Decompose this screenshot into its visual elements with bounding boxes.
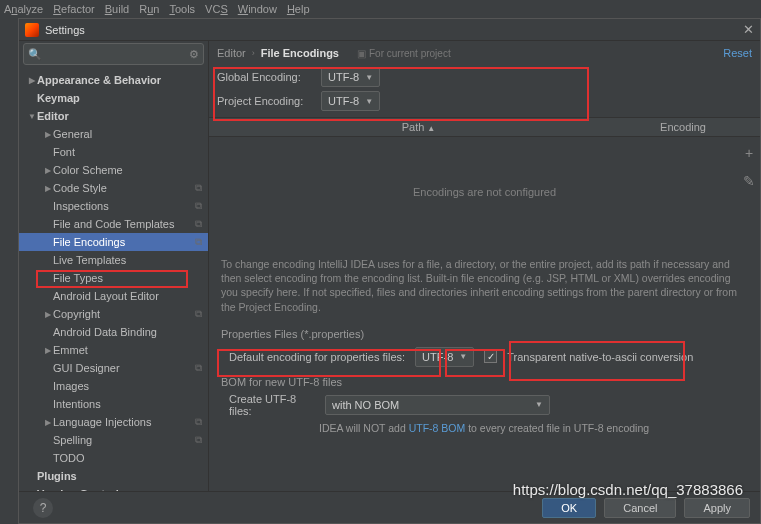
tree-item-editor[interactable]: Editor [19,107,208,125]
dialog-footer: ? OK Cancel Apply [19,491,760,523]
tree-item-spelling[interactable]: Spelling⧉ [19,431,208,449]
breadcrumb-current: File Encodings [261,47,339,59]
settings-tree[interactable]: Appearance & BehaviorKeymapEditorGeneral… [19,69,208,491]
tree-item-file-encodings[interactable]: File Encodings⧉ [19,233,208,251]
ok-button[interactable]: OK [542,498,596,518]
settings-content: Editor › File Encodings ▣For current pro… [209,41,760,491]
encoding-table-header: Path▲ Encoding [209,117,760,137]
edit-icon[interactable]: ✎ [743,173,755,189]
props-encoding-label: Default encoding for properties files: [229,351,405,363]
tree-item-appearance-behavior[interactable]: Appearance & Behavior [19,71,208,89]
project-encoding-combo[interactable]: UTF-8▼ [321,91,380,111]
tree-item-todo[interactable]: TODO [19,449,208,467]
project-scope-icon: ⧉ [195,200,202,212]
apply-button[interactable]: Apply [684,498,750,518]
tree-arrow-icon[interactable] [43,418,53,427]
utf8-bom-link[interactable]: UTF-8 BOM [409,422,466,434]
tree-item-color-scheme[interactable]: Color Scheme [19,161,208,179]
app-icon [25,23,39,37]
encoding-table-body: Encodings are not configured + ✎ [209,137,760,247]
tree-item-images[interactable]: Images [19,377,208,395]
chevron-down-icon: ▼ [535,400,543,409]
tree-item-label: Images [53,380,89,392]
tree-item-font[interactable]: Font [19,143,208,161]
tree-item-language-injections[interactable]: Language Injections⧉ [19,413,208,431]
settings-search[interactable]: 🔍 ⚙ [23,43,204,65]
global-encoding-combo[interactable]: UTF-8▼ [321,67,380,87]
main-menubar[interactable]: Analyze Refactor Build Run Tools VCS Win… [0,0,761,18]
tree-item-label: Live Templates [53,254,126,266]
tree-arrow-icon[interactable] [43,166,53,175]
tree-arrow-icon[interactable] [43,310,53,319]
dialog-titlebar: Settings ✕ [19,19,760,41]
tree-item-label: Intentions [53,398,101,410]
col-encoding[interactable]: Encoding [628,121,738,133]
tree-item-copyright[interactable]: Copyright⧉ [19,305,208,323]
project-scope-icon: ⧉ [195,236,202,248]
tree-item-version-control[interactable]: Version Control [19,485,208,491]
menu-vcs[interactable]: VCS [205,3,228,15]
chevron-right-icon: › [252,48,255,58]
menu-run[interactable]: Run [139,3,159,15]
tree-arrow-icon[interactable] [43,184,53,193]
reset-link[interactable]: Reset [723,47,752,59]
tree-item-live-templates[interactable]: Live Templates [19,251,208,269]
tree-item-label: TODO [53,452,85,464]
tree-item-gui-designer[interactable]: GUI Designer⧉ [19,359,208,377]
tree-item-label: Appearance & Behavior [37,74,161,86]
search-input[interactable] [46,48,189,60]
menu-help[interactable]: Help [287,3,310,15]
col-path[interactable]: Path [402,121,425,133]
tree-item-inspections[interactable]: Inspections⧉ [19,197,208,215]
tree-item-label: GUI Designer [53,362,120,374]
project-scope-icon: ⧉ [195,218,202,230]
tree-item-label: Version Control [37,488,119,491]
tree-item-general[interactable]: General [19,125,208,143]
tree-item-android-layout-editor[interactable]: Android Layout Editor [19,287,208,305]
cancel-button[interactable]: Cancel [604,498,676,518]
dialog-title: Settings [45,24,743,36]
tree-item-label: Spelling [53,434,92,446]
project-encoding-label: Project Encoding: [217,95,313,107]
tree-arrow-icon[interactable] [27,76,37,85]
menu-window[interactable]: Window [238,3,277,15]
tree-item-label: Android Data Binding [53,326,157,338]
tree-item-code-style[interactable]: Code Style⧉ [19,179,208,197]
add-icon[interactable]: + [745,145,753,161]
project-scope-icon: ⧉ [195,434,202,446]
project-icon: ▣ [357,48,366,59]
search-options-icon[interactable]: ⚙ [189,48,199,61]
menu-tools[interactable]: Tools [169,3,195,15]
chevron-down-icon: ▼ [459,352,467,361]
project-scope-icon: ⧉ [195,416,202,428]
props-encoding-combo[interactable]: UTF-8▼ [415,347,474,367]
tree-item-file-and-code-templates[interactable]: File and Code Templates⧉ [19,215,208,233]
menu-analyze[interactable]: Analyze [4,3,43,15]
tree-item-keymap[interactable]: Keymap [19,89,208,107]
tree-item-intentions[interactable]: Intentions [19,395,208,413]
tree-item-android-data-binding[interactable]: Android Data Binding [19,323,208,341]
tree-arrow-icon[interactable] [27,490,37,492]
tree-item-emmet[interactable]: Emmet [19,341,208,359]
help-button[interactable]: ? [33,498,53,518]
empty-message: Encodings are not configured [413,186,556,198]
tree-item-label: Color Scheme [53,164,123,176]
bom-combo[interactable]: with NO BOM▼ [325,395,550,415]
close-icon[interactable]: ✕ [743,22,754,37]
menu-build[interactable]: Build [105,3,129,15]
tree-item-label: Inspections [53,200,109,212]
tree-item-file-types[interactable]: File Types [19,269,208,287]
settings-dialog: Settings ✕ 🔍 ⚙ Appearance & BehaviorKeym… [18,18,761,524]
tree-item-label: Plugins [37,470,77,482]
tree-arrow-icon[interactable] [43,130,53,139]
breadcrumb: Editor › File Encodings ▣For current pro… [209,41,760,65]
tree-arrow-icon[interactable] [27,112,37,121]
tree-item-label: General [53,128,92,140]
tree-item-plugins[interactable]: Plugins [19,467,208,485]
bom-section-label: BOM for new UTF-8 files [209,370,760,392]
menu-refactor[interactable]: Refactor [53,3,95,15]
sort-asc-icon: ▲ [427,124,435,133]
bom-label: Create UTF-8 files: [229,393,315,417]
tree-arrow-icon[interactable] [43,346,53,355]
transparent-ascii-checkbox[interactable]: ✓ [484,350,497,363]
